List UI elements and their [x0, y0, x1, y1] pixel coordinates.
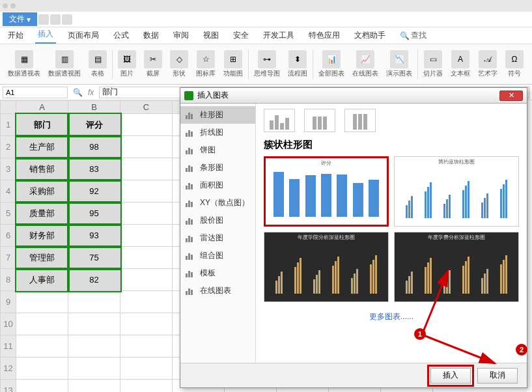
cell[interactable] — [120, 357, 173, 380]
rib-func-chart[interactable]: ⊞功能图 — [221, 50, 245, 78]
row-header[interactable]: 2 — [1, 136, 16, 158]
cell[interactable]: 评分 — [68, 114, 120, 136]
save-icon[interactable] — [38, 14, 49, 25]
cell[interactable] — [68, 291, 120, 313]
rib-pivot-chart[interactable]: ▥数据透视图 — [46, 50, 83, 78]
cell[interactable] — [16, 357, 68, 380]
cell[interactable]: 生产部 — [16, 136, 68, 158]
rib-pivot-table[interactable]: ▦数据透视表 — [5, 50, 43, 78]
rib-textbox[interactable]: A文本框 — [448, 50, 473, 78]
cell[interactable] — [68, 335, 120, 357]
rib-table[interactable]: ▤表格 — [86, 50, 109, 78]
rib-symbol[interactable]: Ω符号 — [503, 50, 526, 78]
row-header[interactable]: 8 — [1, 269, 16, 291]
row-header[interactable]: 5 — [1, 203, 16, 225]
cell[interactable]: 82 — [68, 269, 120, 291]
tab-dev[interactable]: 开发工具 — [260, 27, 297, 44]
tab-data[interactable]: 数据 — [141, 27, 161, 44]
rib-mindmap[interactable]: ⊶思维导图 — [251, 50, 283, 78]
cell[interactable]: 95 — [68, 203, 120, 225]
subtype-clustered[interactable] — [264, 109, 295, 132]
cell[interactable]: 部门 — [16, 114, 68, 136]
chart-category-item[interactable]: 柱形图 — [180, 106, 255, 124]
rib-wordart[interactable]: 𝒜艺术字 — [475, 50, 500, 78]
cell[interactable]: 93 — [68, 225, 120, 247]
cell[interactable] — [16, 313, 68, 335]
chart-category-item[interactable]: 组合图 — [180, 247, 255, 264]
cell[interactable]: 98 — [68, 136, 120, 158]
rib-icons[interactable]: ☆图标库 — [193, 50, 218, 78]
tab-home[interactable]: 开始 — [5, 27, 26, 44]
cell[interactable]: 92 — [68, 180, 120, 203]
chart-category-item[interactable]: 折线图 — [180, 124, 255, 141]
cell[interactable] — [120, 291, 173, 313]
cell[interactable] — [120, 269, 173, 291]
tab-formula[interactable]: 公式 — [111, 27, 132, 44]
dialog-titlebar[interactable]: 插入图表 ✕ — [180, 88, 527, 104]
row-header[interactable]: 4 — [1, 180, 16, 203]
cell[interactable]: 财务部 — [16, 225, 68, 247]
rib-screenshot[interactable]: ✂截屏 — [141, 50, 165, 78]
cell[interactable] — [16, 380, 68, 393]
chart-category-item[interactable]: 在线图表 — [180, 282, 255, 300]
subtype-100stacked[interactable] — [344, 109, 376, 132]
row-header[interactable]: 13 — [1, 380, 16, 393]
close-button[interactable]: ✕ — [499, 91, 523, 101]
row-header[interactable]: 11 — [1, 335, 16, 357]
rib-slicer[interactable]: ▭切片器 — [421, 50, 445, 78]
col-header[interactable]: B — [68, 101, 120, 114]
col-header[interactable]: A — [16, 101, 68, 114]
cell[interactable] — [120, 313, 173, 335]
chart-category-item[interactable]: XY（散点图） — [180, 194, 255, 212]
chart-preview[interactable]: 年度学院分析深蓝柱形图 — [264, 232, 389, 302]
row-header[interactable]: 7 — [1, 247, 16, 269]
rib-picture[interactable]: 🖼图片 — [115, 50, 139, 78]
chart-category-item[interactable]: 面积图 — [180, 176, 255, 194]
row-header[interactable]: 3 — [1, 158, 16, 180]
chart-preview[interactable]: 简约蓝块柱形图 — [394, 156, 519, 227]
chart-category-item[interactable]: 条形图 — [180, 159, 255, 176]
redo-icon[interactable] — [62, 14, 72, 25]
cell[interactable] — [68, 357, 120, 380]
rib-flowchart[interactable]: ⬍流程图 — [285, 50, 310, 78]
row-header[interactable]: 6 — [1, 225, 16, 247]
cell[interactable] — [68, 380, 120, 393]
col-header[interactable]: C — [120, 101, 173, 114]
cell[interactable] — [16, 291, 68, 313]
cell[interactable]: 人事部 — [16, 269, 68, 291]
cell[interactable] — [120, 247, 173, 269]
row-header[interactable]: 9 — [1, 291, 16, 313]
chart-category-item[interactable]: 雷达图 — [180, 229, 255, 247]
zoom-icon[interactable]: 🔍 — [73, 88, 83, 97]
cancel-button[interactable]: 取消 — [477, 368, 518, 384]
rib-all-charts[interactable]: 📊全部图表 — [316, 50, 347, 78]
tab-insert[interactable]: 插入 — [35, 26, 56, 44]
insert-button[interactable]: 插入 — [430, 368, 471, 384]
tab-search[interactable]: 🔍 查找 — [397, 27, 429, 44]
undo-icon[interactable] — [50, 14, 61, 25]
chart-preview[interactable]: 年度学费分析深蓝柱形图 — [394, 232, 519, 302]
tab-view[interactable]: 视图 — [201, 27, 221, 44]
rib-online-charts[interactable]: 📈在线图表 — [350, 50, 381, 78]
cell[interactable]: 管理部 — [16, 247, 68, 269]
cell[interactable] — [120, 136, 173, 158]
file-menu[interactable]: 文件 ▾ — [3, 12, 37, 26]
cell[interactable]: 75 — [68, 247, 120, 269]
name-box[interactable] — [3, 87, 68, 98]
tab-assistant[interactable]: 文档助手 — [352, 27, 388, 44]
chart-category-item[interactable]: 股价图 — [180, 212, 255, 229]
cell[interactable] — [120, 158, 173, 180]
row-header[interactable]: 1 — [1, 114, 16, 136]
chart-preview[interactable]: 评分 — [264, 156, 389, 227]
more-charts-link[interactable]: 更多图表...... — [264, 311, 519, 322]
tab-special[interactable]: 特色应用 — [306, 27, 343, 44]
cell[interactable] — [120, 225, 173, 247]
tab-review[interactable]: 审阅 — [171, 27, 191, 44]
row-header[interactable]: 10 — [1, 313, 16, 335]
cell[interactable]: 质量部 — [16, 203, 68, 225]
cell[interactable] — [120, 203, 173, 225]
cell[interactable] — [16, 335, 68, 357]
rib-shapes[interactable]: ◇形状 — [167, 50, 191, 78]
row-header[interactable]: 12 — [1, 357, 16, 380]
cell[interactable] — [120, 335, 173, 357]
